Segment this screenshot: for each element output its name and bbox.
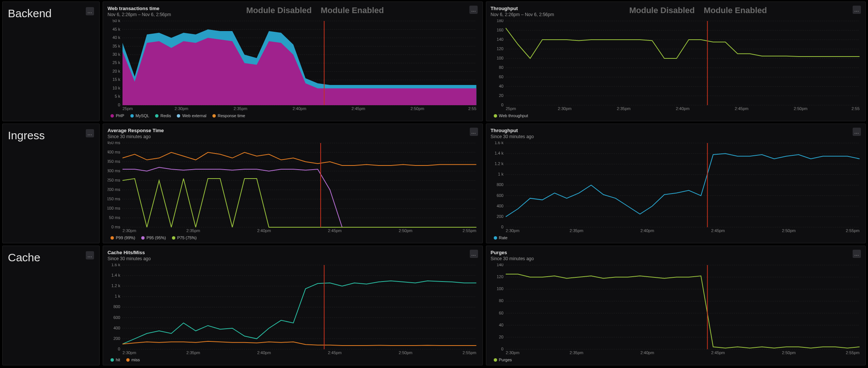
panel-menu-button[interactable]: … bbox=[470, 128, 478, 136]
legend-dot-icon bbox=[111, 236, 114, 240]
svg-text:1.2 k: 1.2 k bbox=[111, 283, 120, 288]
svg-text:100: 100 bbox=[496, 56, 503, 60]
panel-title: Purges bbox=[491, 250, 534, 255]
svg-text:2:30pm: 2:30pm bbox=[123, 228, 136, 233]
svg-text:25pm: 25pm bbox=[123, 106, 133, 111]
legend-item[interactable]: Redis bbox=[155, 113, 171, 118]
svg-text:1.2 k: 1.2 k bbox=[495, 161, 503, 166]
svg-text:2:40pm: 2:40pm bbox=[257, 350, 271, 355]
svg-text:2:40pm: 2:40pm bbox=[640, 228, 654, 233]
svg-text:0: 0 bbox=[501, 347, 503, 351]
state-disabled: Module Disabled bbox=[246, 6, 312, 15]
row-backend: Backend … Web transactions time Nov 6, 2… bbox=[2, 1, 866, 121]
svg-text:15 k: 15 k bbox=[112, 77, 120, 82]
legend-item[interactable]: Web throughput bbox=[494, 113, 528, 118]
section-menu-button[interactable]: … bbox=[86, 129, 94, 137]
legend-item[interactable]: PHP bbox=[111, 113, 124, 118]
section-menu-button[interactable]: … bbox=[86, 251, 94, 259]
svg-text:35 k: 35 k bbox=[112, 44, 120, 48]
svg-text:40: 40 bbox=[499, 84, 503, 88]
legend-dot-icon bbox=[130, 114, 134, 118]
svg-text:400: 400 bbox=[114, 326, 120, 330]
panel-menu-button[interactable]: … bbox=[853, 128, 861, 136]
svg-text:1 k: 1 k bbox=[498, 172, 503, 176]
svg-text:2:45pm: 2:45pm bbox=[351, 106, 365, 111]
svg-text:50 k: 50 k bbox=[112, 19, 120, 23]
svg-text:2:50pm: 2:50pm bbox=[782, 350, 796, 355]
svg-text:2:40pm: 2:40pm bbox=[640, 350, 654, 355]
panel-subtitle: Since 30 minutes ago bbox=[108, 134, 164, 139]
section-menu-button[interactable]: … bbox=[86, 7, 94, 15]
panel-purges: Purges Since 30 minutes ago … 0204060801… bbox=[486, 246, 866, 365]
panel-cache-hm: Cache Hits/Miss Since 30 minutes ago … 0… bbox=[103, 246, 483, 365]
svg-text:200: 200 bbox=[114, 336, 120, 341]
svg-text:2:40pm: 2:40pm bbox=[675, 106, 689, 111]
legend-dot-icon bbox=[111, 358, 114, 362]
legend-item[interactable]: Response time bbox=[212, 113, 245, 118]
legend-item[interactable]: hit bbox=[111, 358, 120, 362]
chart[interactable]: 02004006008001 k1.2 k1.4 k1.6 k2:30pm2:3… bbox=[491, 142, 861, 233]
svg-text:2:50pm: 2:50pm bbox=[411, 106, 424, 111]
svg-text:0: 0 bbox=[501, 225, 503, 229]
svg-text:2:55pm: 2:55pm bbox=[463, 350, 477, 355]
svg-text:25pm: 25pm bbox=[505, 106, 515, 111]
panel-title: Average Response Time bbox=[108, 128, 164, 133]
svg-text:0: 0 bbox=[118, 103, 120, 107]
panel-subtitle: Since 30 minutes ago bbox=[491, 134, 534, 139]
svg-text:40 k: 40 k bbox=[112, 35, 120, 40]
panel-title: Throughput bbox=[491, 6, 554, 11]
svg-text:2:35pm: 2:35pm bbox=[569, 228, 583, 233]
panel-title: Web transactions time bbox=[108, 6, 171, 11]
svg-text:100 ms: 100 ms bbox=[108, 206, 120, 210]
legend-label: Purges bbox=[499, 358, 512, 362]
svg-text:2:55: 2:55 bbox=[468, 106, 476, 111]
svg-text:2:35pm: 2:35pm bbox=[617, 106, 630, 111]
legend-item[interactable]: P95 (95%) bbox=[141, 235, 166, 240]
legend: P99 (99%)P95 (95%)P75 (75%) bbox=[108, 233, 478, 240]
legend-dot-icon bbox=[494, 236, 497, 240]
legend-dot-icon bbox=[126, 358, 130, 362]
chart[interactable]: 0 ms50 ms100 ms150 ms200 ms250 ms300 ms3… bbox=[108, 142, 478, 233]
legend-item[interactable]: Rate bbox=[494, 235, 508, 240]
legend-item[interactable]: miss bbox=[126, 358, 140, 362]
svg-text:2:30pm: 2:30pm bbox=[175, 106, 188, 111]
svg-text:2:30pm: 2:30pm bbox=[558, 106, 572, 111]
legend-item[interactable]: P99 (99%) bbox=[111, 235, 135, 240]
svg-text:0 ms: 0 ms bbox=[111, 225, 120, 229]
svg-text:45 k: 45 k bbox=[112, 27, 120, 31]
legend-item[interactable]: P75 (75%) bbox=[172, 235, 197, 240]
svg-text:2:45pm: 2:45pm bbox=[328, 350, 342, 355]
legend-label: PHP bbox=[116, 113, 124, 118]
svg-text:2:50pm: 2:50pm bbox=[793, 106, 807, 111]
svg-text:1.4 k: 1.4 k bbox=[111, 273, 120, 277]
svg-text:350 ms: 350 ms bbox=[108, 159, 120, 164]
chart[interactable]: 02040608010012014016018025pm2:30pm2:35pm… bbox=[491, 19, 861, 111]
svg-text:2:50pm: 2:50pm bbox=[399, 350, 412, 355]
legend-item[interactable]: Web external bbox=[177, 113, 206, 118]
legend: Purges bbox=[491, 355, 861, 362]
legend-item[interactable]: Purges bbox=[494, 358, 512, 362]
svg-text:40: 40 bbox=[499, 323, 503, 327]
svg-text:300 ms: 300 ms bbox=[108, 168, 120, 173]
legend-label: miss bbox=[131, 358, 140, 362]
legend-label: Redis bbox=[160, 113, 171, 118]
chart[interactable]: 05 k10 k15 k20 k25 k30 k35 k40 k45 k50 k… bbox=[108, 19, 478, 111]
panel-menu-button[interactable]: … bbox=[470, 250, 478, 258]
panel-throughput-2: Throughput Since 30 minutes ago … 020040… bbox=[486, 124, 866, 243]
panel-subtitle: Since 30 minutes ago bbox=[491, 256, 534, 261]
legend: hitmiss bbox=[108, 355, 478, 362]
chart[interactable]: 02004006008001 k1.2 k1.4 k1.6 k2:30pm2:3… bbox=[108, 264, 478, 355]
state-disabled: Module Disabled bbox=[629, 6, 695, 15]
svg-text:20: 20 bbox=[499, 93, 503, 98]
chart[interactable]: 0204060801001201402:30pm2:35pm2:40pm2:45… bbox=[491, 264, 861, 355]
legend-item[interactable]: MySQL bbox=[130, 113, 149, 118]
panel-menu-button[interactable]: … bbox=[469, 6, 478, 14]
section-header-cache: Cache … bbox=[2, 246, 100, 365]
panel-menu-button[interactable]: … bbox=[853, 250, 861, 258]
svg-text:0: 0 bbox=[501, 103, 503, 107]
svg-text:2:35pm: 2:35pm bbox=[187, 350, 200, 355]
panel-title: Throughput bbox=[491, 128, 534, 133]
panel-menu-button[interactable]: … bbox=[853, 6, 861, 14]
svg-text:180: 180 bbox=[496, 19, 503, 23]
legend-dot-icon bbox=[494, 114, 497, 118]
